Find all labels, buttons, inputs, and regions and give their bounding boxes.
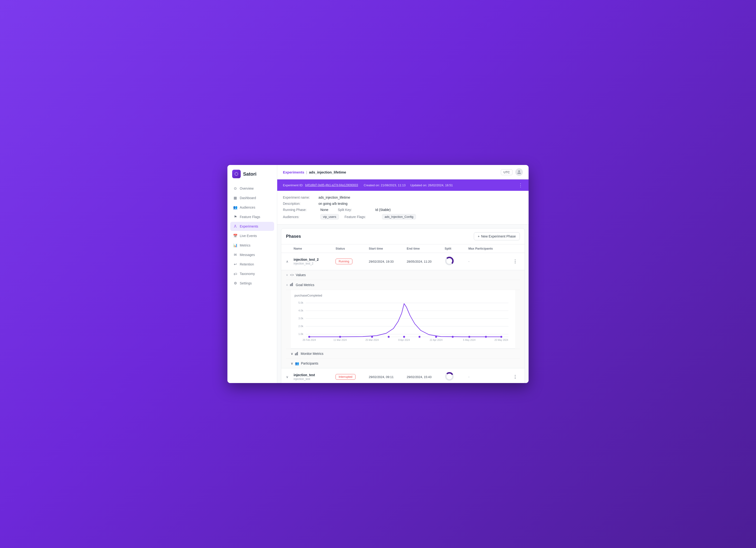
chevron-down-icon: ∨ — [291, 352, 293, 355]
new-phase-btn-label: New Experiment Phase — [481, 235, 516, 238]
svg-point-28 — [403, 336, 405, 338]
experiment-id-label: Experiment ID: — [283, 184, 303, 187]
participants-row[interactable]: ∨ 👥 Participants — [286, 358, 520, 368]
svg-text:2.0k: 2.0k — [298, 325, 303, 327]
sidebar: ⬡ Satori ⊙ Overview ▦ Dashboard 👥 Audien… — [227, 165, 277, 383]
chart-icon — [290, 283, 294, 287]
sidebar-item-retention[interactable]: ↩ Retention — [230, 260, 274, 269]
values-expand-item[interactable]: ∨ <> Values — [286, 270, 520, 280]
sidebar-item-overview[interactable]: ⊙ Overview — [230, 184, 274, 193]
th-end-time: End time — [407, 247, 445, 250]
svg-rect-3 — [290, 284, 291, 286]
participants-icon: 👥 — [295, 361, 299, 365]
svg-text:26 Feb 2024: 26 Feb 2024 — [303, 339, 316, 341]
phase-sub-2: injection_test — [294, 377, 336, 381]
sidebar-item-dashboard[interactable]: ▦ Dashboard — [230, 194, 274, 203]
experiment-id-value: b4f1d8d7-0e85-4fe1-a27d-84a129090003 — [305, 184, 358, 187]
experiment-header-left: Experiment ID: b4f1d8d7-0e85-4fe1-a27d-8… — [283, 184, 453, 187]
description-value: on going a/b testing — [318, 202, 347, 206]
phase-name: injection_test_2 — [294, 258, 336, 262]
sidebar-item-audiences[interactable]: 👥 Audiences — [230, 203, 274, 212]
logo-text: Satori — [243, 171, 257, 177]
svg-text:1.0k: 1.0k — [298, 332, 303, 335]
running-phase-value: None — [320, 208, 328, 212]
phase-split-2 — [445, 372, 468, 382]
logo-icon: ⬡ — [232, 170, 241, 178]
goal-metrics-expand-item[interactable]: ∧ Goal Metrics — [286, 280, 520, 290]
feature-flags-icon: ⚑ — [233, 215, 237, 219]
table-header: Name Status Start time End time Split Ma… — [281, 245, 525, 253]
breadcrumb-current: ads_injection_lifetime — [309, 170, 346, 174]
breadcrumb-separator: | — [306, 170, 307, 174]
phase-expand-toggle[interactable]: ∨ — [286, 375, 294, 379]
svg-rect-35 — [295, 353, 296, 355]
sidebar-item-experiments[interactable]: Experiments — [230, 222, 274, 231]
experiment-header: Experiment ID: b4f1d8d7-0e85-4fe1-a27d-8… — [277, 180, 529, 191]
th-split: Split — [445, 247, 468, 250]
running-phase-label: Running Phase: — [283, 208, 318, 212]
phases-header: Phases + New Experiment Phase — [281, 229, 525, 245]
split-key-label: Split Key: — [338, 208, 373, 212]
feature-flag-tag: ads_Injection_Config — [382, 214, 416, 220]
goal-metrics-label: Goal Metrics — [296, 283, 314, 287]
sidebar-item-settings[interactable]: ⚙ Settings — [230, 279, 274, 288]
phase-collapse-toggle[interactable]: ∧ — [286, 260, 294, 263]
expanded-section: ∨ <> Values ∧ Goal Metrics — [281, 270, 525, 368]
dashboard-icon: ▦ — [233, 196, 237, 200]
svg-rect-36 — [296, 353, 297, 355]
phase-more-button[interactable]: ⋮ — [510, 259, 520, 264]
th-max-participants: Max Participants — [468, 247, 510, 250]
breadcrumb-link[interactable]: Experiments — [283, 170, 304, 174]
phase-name-cell-2: injection_test injection_test — [294, 373, 336, 381]
logo: ⬡ Satori — [227, 165, 277, 184]
monitor-metrics-label: Monitor Metrics — [301, 352, 323, 355]
sidebar-item-label: Messages — [240, 253, 255, 257]
sidebar-item-messages[interactable]: ✉ Messages — [230, 250, 274, 259]
svg-text:11 Mar 2024: 11 Mar 2024 — [333, 339, 347, 341]
sidebar-item-live-events[interactable]: 📅 Live Events — [230, 231, 274, 240]
phase-status: Running — [336, 259, 369, 264]
monitor-metrics-row[interactable]: ∨ Monitor Metrics — [286, 349, 520, 358]
phase-end-time: 28/05/2024, 11:20 — [407, 260, 445, 263]
svg-text:20 May 2024: 20 May 2024 — [494, 339, 508, 341]
top-bar: Experiments | ads_injection_lifetime UTC — [277, 165, 529, 180]
svg-point-40 — [447, 374, 451, 378]
retention-icon: ↩ — [233, 262, 237, 267]
participants-label: Participants — [301, 361, 318, 365]
svg-text:3.0k: 3.0k — [298, 317, 303, 320]
utc-badge[interactable]: UTC — [501, 169, 512, 175]
th-actions — [510, 247, 520, 250]
chevron-down-icon: ∨ — [286, 273, 288, 276]
svg-rect-37 — [297, 352, 298, 355]
sidebar-item-label: Metrics — [240, 244, 250, 247]
phase-row-main: ∧ injection_test_2 injection_test_2 Runn… — [281, 253, 525, 270]
experiments-icon — [233, 224, 237, 229]
messages-icon: ✉ — [233, 253, 237, 257]
chart-title: purchaseCompleted — [295, 294, 511, 297]
experiment-more-button[interactable]: ⋮ — [518, 182, 523, 188]
th-start-time: Start time — [369, 247, 407, 250]
status-badge-interrupted: Interrupted — [336, 374, 355, 380]
sidebar-item-label: Audiences — [240, 206, 255, 209]
svg-rect-5 — [292, 283, 293, 286]
svg-rect-4 — [291, 283, 292, 286]
status-badge-running: Running — [336, 259, 352, 264]
sidebar-item-taxonomy[interactable]: 🏷 Taxonomy — [230, 269, 274, 278]
updated-label: Updated on: 26/02/2024, 16:51 — [410, 184, 453, 187]
sidebar-nav: ⊙ Overview ▦ Dashboard 👥 Audiences ⚑ Fea… — [227, 184, 277, 383]
user-avatar[interactable] — [515, 168, 523, 176]
experiment-details: Experiment name: ads_injection_lifetime … — [277, 191, 529, 225]
sidebar-item-label: Live Events — [240, 234, 257, 238]
sidebar-item-feature-flags[interactable]: ⚑ Feature Flags — [230, 213, 274, 222]
audiences-label: Audiences: — [283, 215, 318, 219]
svg-text:22 Apr 2024: 22 Apr 2024 — [430, 339, 443, 341]
live-events-icon: 📅 — [233, 234, 237, 238]
th-status: Status — [336, 247, 369, 250]
th-name: Name — [294, 247, 336, 250]
new-experiment-phase-button[interactable]: + New Experiment Phase — [474, 232, 520, 240]
sidebar-item-metrics[interactable]: 📊 Metrics — [230, 241, 274, 250]
sidebar-item-label: Overview — [240, 187, 254, 190]
audience-tag-vip: vip_users — [320, 214, 339, 220]
phase-status-2: Interrupted — [336, 374, 369, 380]
phase-more-button-2[interactable]: ⋮ — [510, 374, 520, 379]
